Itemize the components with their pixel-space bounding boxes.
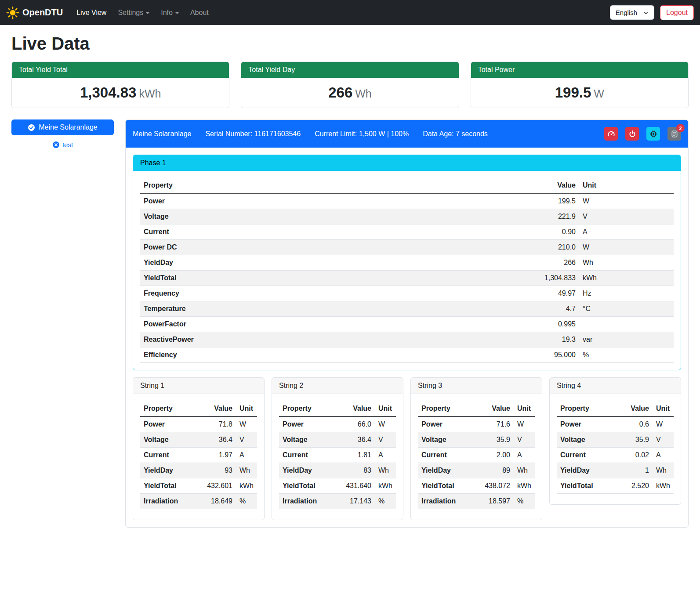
table-header-row: Property Value Unit [418,401,535,416]
property-cell: Current [140,448,194,463]
inverter-actions: 2 [604,127,681,141]
value-cell: 2.00 [472,448,514,463]
unit-cell: W [579,193,674,209]
value-header: Value [472,401,514,416]
summary-card-total-yield-total: Total Yield Total 1,304.83kWh [11,62,229,108]
power-toggle-button[interactable] [625,127,639,141]
property-cell: Frequency [140,286,403,301]
summary-card-value: 266 [328,84,352,101]
property-cell: YieldTotal [140,478,194,494]
summary-card-body: 199.5W [471,78,688,108]
unit-cell: A [514,448,535,463]
value-cell: 83 [333,463,375,478]
property-cell: Voltage [418,432,472,448]
value-cell: 1.81 [333,448,375,463]
unit-header: Unit [236,401,257,416]
device-info-button[interactable] [646,127,660,141]
language-select[interactable]: English [610,5,654,20]
string-card-3: String 3 Property Value Unit [410,377,542,520]
value-cell: 4.7 [403,301,579,317]
property-cell: ReactivePower [140,332,403,347]
table-row: ReactivePower 19.3 var [140,332,674,347]
table-row: Power 71.8 W [140,416,257,432]
string-table: Property Value Unit Power [557,401,674,494]
nav-links: Live View Settings Info About [73,5,216,20]
table-row: YieldDay 83 Wh [279,463,396,478]
unit-cell: kWh [375,478,396,494]
logout-button[interactable]: Logout [660,5,694,20]
property-header: Property [557,401,615,416]
property-header: Property [279,401,333,416]
inverter-link-test-label: test [62,141,73,148]
unit-cell: A [579,224,674,240]
value-header: Value [403,178,579,193]
unit-cell: Wh [514,463,535,478]
property-cell: YieldDay [140,255,403,271]
serial-number: Serial Number: 116171603546 [205,130,301,138]
nav-live-view-label: Live View [76,9,106,17]
value-cell: 266 [403,255,579,271]
brand[interactable]: OpenDTU [6,6,63,19]
property-cell: Temperature [140,301,403,317]
nav-live-view[interactable]: Live View [73,5,110,20]
property-cell: Current [418,448,472,463]
unit-cell: A [236,448,257,463]
value-cell: 18.597 [472,494,514,509]
caret-down-icon [146,12,149,14]
value-header: Value [194,401,236,416]
nav-settings-dropdown[interactable]: Settings [114,5,153,20]
unit-cell: % [236,494,257,509]
property-cell: Voltage [140,209,403,224]
summary-card-unit: kWh [139,87,161,100]
value-header: Value [333,401,375,416]
top-navbar: OpenDTU Live View Settings Info About En… [0,0,700,25]
phase-title: Phase 1 [133,155,681,171]
table-row: Irradiation 18.597 % [418,494,535,509]
value-cell: 2.520 [615,478,653,494]
table-header-row: Property Value Unit [140,178,674,193]
page-title: Live Data [11,34,689,54]
inverter-select-button[interactable]: Meine Solaranlage [11,119,114,135]
property-cell: YieldDay [140,463,194,478]
summary-card-total-power: Total Power 199.5W [471,62,689,108]
inverter-panel: Meine Solaranlage Serial Number: 1161716… [125,119,689,528]
summary-card-body: 266Wh [241,78,458,108]
nav-info-dropdown[interactable]: Info [157,5,183,20]
string-table-body: Power 71.6 W Voltage 35.9 V [418,416,535,509]
nav-about[interactable]: About [186,5,213,20]
table-row: Efficiency 95.000 % [140,347,674,363]
string-card-1: String 1 Property Value Unit [133,377,265,520]
string-card-4: String 4 Property Value Unit [549,377,681,505]
property-cell: PowerFactor [140,317,403,332]
value-cell: 93 [194,463,236,478]
unit-cell: kWh [579,271,674,286]
table-row: YieldTotal 432.601 kWh [140,478,257,494]
phase-card: Phase 1 Property Value Unit [133,155,681,370]
string-table-body: Power 0.6 W Voltage 35.9 V [557,416,674,494]
table-row: YieldTotal 431.640 kWh [279,478,396,494]
inverter-name: Meine Solaranlage [133,130,191,138]
live-data-page: Live Data Total Yield Total 1,304.83kWh … [0,25,700,541]
value-cell: 210.0 [403,240,579,255]
property-cell: Irradiation [418,494,472,509]
unit-cell: Wh [579,255,674,271]
strings-row: String 1 Property Value Unit [133,377,681,520]
unit-header: Unit [375,401,396,416]
summary-card-title: Total Yield Day [241,62,458,78]
inverter-link-test[interactable]: test [11,141,114,148]
property-cell: YieldTotal [557,478,615,494]
property-cell: Current [140,224,403,240]
unit-cell: Wh [653,463,674,478]
navbar-right: English Logout [610,5,694,20]
property-cell: Voltage [140,432,194,448]
value-cell: 49.97 [403,286,579,301]
event-log-button[interactable]: 2 [667,127,681,141]
property-cell: Irradiation [140,494,194,509]
unit-cell: A [375,448,396,463]
property-cell: Irradiation [279,494,333,509]
limit-settings-button[interactable] [604,127,618,141]
string-card-title: String 2 [272,378,403,394]
table-row: Current 1.97 A [140,448,257,463]
string-table: Property Value Unit Power [418,401,535,509]
string-card-2: String 2 Property Value Unit [272,377,403,520]
